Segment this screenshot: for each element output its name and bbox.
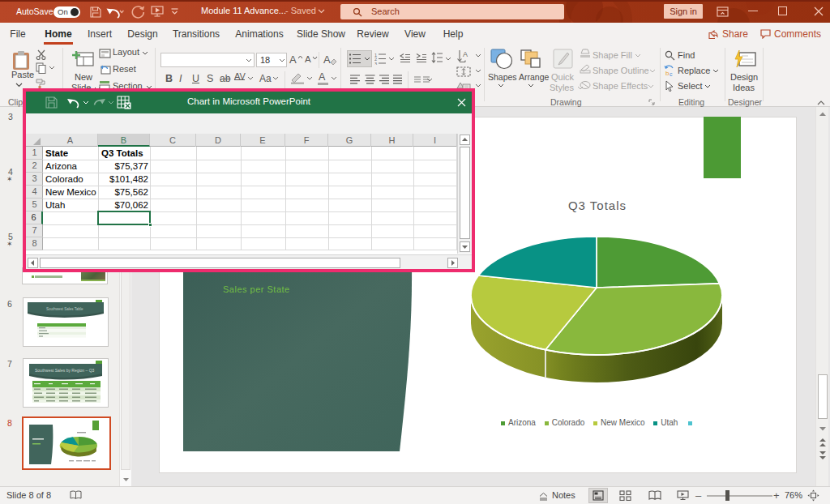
svg-text:c: c [670, 71, 673, 77]
svg-text:A: A [463, 50, 468, 58]
svg-text:Southwest Sales Table: Southwest Sales Table [46, 307, 83, 311]
svg-text:3: 3 [374, 62, 377, 66]
svg-text:Southwest Sales by Region – Q3: Southwest Sales by Region – Q3 [35, 368, 95, 373]
svg-text:Sales per State: Sales per State [223, 284, 290, 294]
